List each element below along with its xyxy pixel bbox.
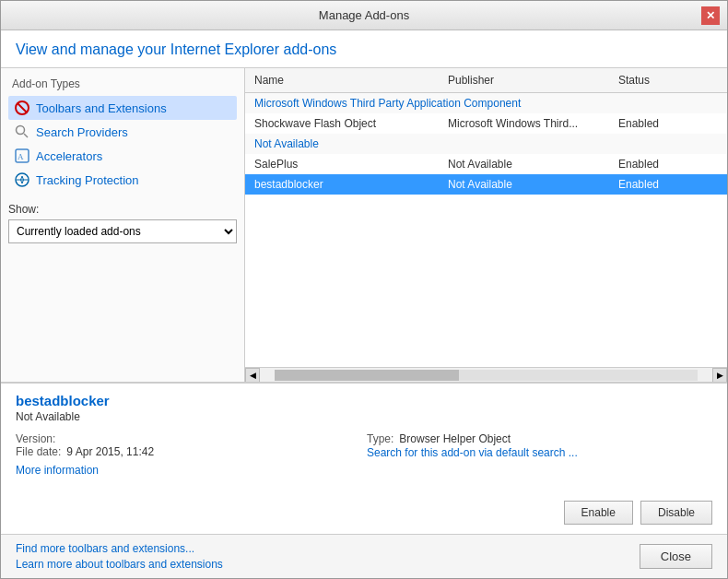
- type-row: Type: Browser Helper Object: [367, 432, 712, 445]
- scroll-right-button[interactable]: ▶: [712, 368, 727, 383]
- row-name: Shockwave Flash Object: [254, 117, 448, 130]
- col-status: Status: [618, 74, 710, 87]
- svg-point-2: [17, 126, 25, 135]
- window-title: Manage Add-ons: [27, 8, 701, 22]
- filedate-value: 9 Apr 2015, 11:42: [66, 445, 154, 458]
- table-row[interactable]: SalePlus Not Available Enabled: [245, 154, 727, 174]
- detail-left: Version: File date: 9 Apr 2015, 11:42 Mo…: [16, 432, 361, 477]
- table-body: Microsoft Windows Third Party Applicatio…: [245, 93, 727, 367]
- detail-addon-name: bestadblocker: [16, 393, 712, 408]
- main-content: Add-on Types Toolbars and Extensions: [1, 68, 727, 382]
- more-info-link[interactable]: More information: [16, 464, 361, 477]
- enable-button[interactable]: Enable: [564, 501, 633, 525]
- row-publisher: Not Available: [448, 158, 618, 171]
- sidebar-item-toolbars[interactable]: Toolbars and Extensions: [8, 96, 237, 120]
- detail-grid: Version: File date: 9 Apr 2015, 11:42 Mo…: [16, 432, 712, 477]
- table-row[interactable]: Shockwave Flash Object Microsoft Windows…: [245, 113, 727, 134]
- show-select[interactable]: Currently loaded add-ons All add-ons Run…: [8, 219, 237, 243]
- header-section: View and manage your Internet Explorer a…: [1, 30, 727, 68]
- learn-more-link[interactable]: Learn more about toolbars and extensions: [16, 558, 223, 571]
- sidebar-item-search[interactable]: Search Providers: [8, 120, 237, 144]
- sidebar-item-tracking[interactable]: Tracking Protection: [8, 168, 237, 192]
- footer-section: Find more toolbars and extensions... Lea…: [1, 534, 727, 578]
- row-status: Enabled: [618, 178, 710, 191]
- sidebar-tracking-label: Tracking Protection: [36, 173, 139, 187]
- sidebar-accelerators-label: Accelerators: [36, 149, 102, 163]
- sidebar-search-label: Search Providers: [36, 125, 128, 139]
- row-name: SalePlus: [254, 158, 448, 171]
- sidebar-toolbars-label: Toolbars and Extensions: [36, 101, 167, 115]
- version-row: Version:: [16, 432, 361, 445]
- detail-publisher: Not Available: [16, 410, 712, 423]
- scrollbar-track: [275, 370, 698, 381]
- table-row-selected[interactable]: bestadblocker Not Available Enabled: [245, 174, 727, 195]
- search-addon-link[interactable]: Search for this add-on via default searc…: [367, 446, 578, 459]
- addon-types-label: Add-on Types: [8, 77, 237, 90]
- find-toolbars-link[interactable]: Find more toolbars and extensions...: [16, 542, 223, 555]
- sidebar: Add-on Types Toolbars and Extensions: [1, 68, 245, 382]
- close-button[interactable]: Close: [640, 544, 712, 569]
- svg-line-1: [18, 103, 27, 112]
- col-name: Name: [254, 74, 448, 87]
- row-status: Enabled: [618, 117, 710, 130]
- accelerators-icon: A: [14, 148, 30, 164]
- group-header-microsoft: Microsoft Windows Third Party Applicatio…: [245, 93, 727, 113]
- detail-right: Type: Browser Helper Object Search for t…: [367, 432, 712, 477]
- row-status: Enabled: [618, 158, 710, 171]
- show-section: Show: Currently loaded add-ons All add-o…: [8, 203, 237, 243]
- detail-section: bestadblocker Not Available Version: Fil…: [1, 382, 727, 486]
- footer-links: Find more toolbars and extensions... Lea…: [16, 542, 223, 571]
- disable-button[interactable]: Disable: [640, 501, 712, 525]
- type-label: Type:: [367, 432, 393, 445]
- title-bar: Manage Add-ons ✕: [1, 1, 727, 30]
- row-publisher: Microsoft Windows Third...: [448, 117, 618, 130]
- header-title: View and manage your Internet Explorer a…: [16, 41, 336, 57]
- close-window-button[interactable]: ✕: [701, 6, 720, 25]
- show-label: Show:: [8, 203, 237, 216]
- horizontal-scrollbar[interactable]: ◀ ▶: [245, 367, 727, 382]
- svg-line-3: [24, 134, 28, 137]
- tracking-icon: [14, 171, 30, 188]
- right-panel: Name Publisher Status Microsoft Windows …: [245, 68, 727, 382]
- action-buttons: Enable Disable: [1, 495, 727, 534]
- version-label: Version:: [16, 432, 55, 445]
- scrollbar-thumb[interactable]: [275, 370, 459, 381]
- group-header-notavailable: Not Available: [245, 134, 727, 154]
- manage-addons-window: Manage Add-ons ✕ View and manage your In…: [0, 0, 728, 579]
- row-publisher: Not Available: [448, 178, 618, 191]
- table-header: Name Publisher Status: [245, 68, 727, 93]
- filedate-row: File date: 9 Apr 2015, 11:42: [16, 445, 361, 458]
- addon-table: Name Publisher Status Microsoft Windows …: [245, 68, 727, 382]
- search-icon: [14, 124, 30, 140]
- sidebar-item-accelerators[interactable]: A Accelerators: [8, 144, 237, 168]
- type-value: Browser Helper Object: [399, 432, 511, 445]
- svg-text:A: A: [18, 152, 24, 161]
- col-publisher: Publisher: [448, 74, 618, 87]
- row-name: bestadblocker: [254, 178, 448, 191]
- scroll-left-button[interactable]: ◀: [245, 368, 260, 383]
- filedate-label: File date:: [16, 445, 61, 458]
- toolbars-icon: [14, 100, 30, 116]
